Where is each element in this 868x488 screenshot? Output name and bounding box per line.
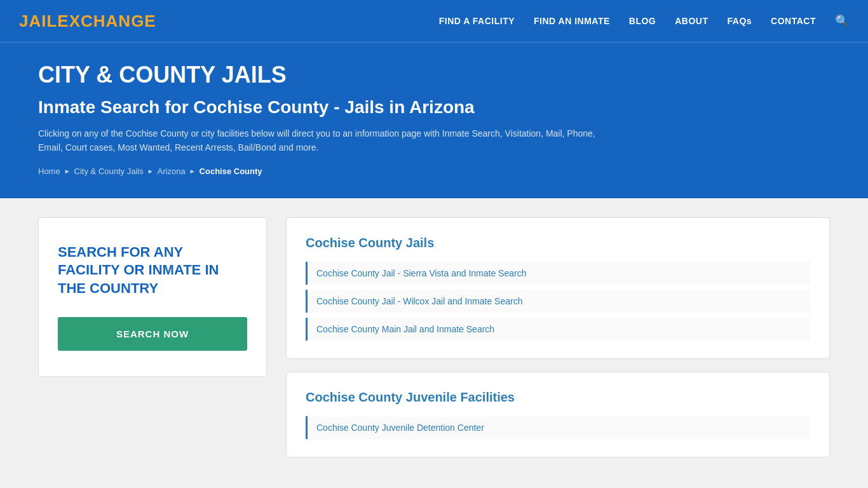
search-panel-title: SEARCH FOR ANY FACILITY OR INMATE IN THE…: [58, 243, 247, 298]
county-jails-title: Cochise County Jails: [306, 236, 810, 250]
facility-link-wilcox[interactable]: Cochise County Jail - Wilcox Jail and In…: [306, 290, 810, 313]
hero-description: Clicking on any of the Cochise County or…: [38, 126, 610, 155]
right-content: Cochise County Jails Cochise County Jail…: [286, 217, 830, 458]
breadcrumb: Home ► City & County Jails ► Arizona ► C…: [38, 166, 830, 176]
nav-links: FIND A FACILITY FIND AN INMATE BLOG ABOU…: [439, 14, 849, 28]
logo-exchange: EXCHANGE: [57, 11, 156, 30]
hero-category: CITY & COUNTY JAILS: [38, 62, 830, 88]
breadcrumb-chevron-1: ►: [64, 168, 71, 175]
main-content: SEARCH FOR ANY FACILITY OR INMATE IN THE…: [0, 198, 868, 477]
hero-title: Inmate Search for Cochise County - Jails…: [38, 97, 830, 118]
facility-link-sierra-vista[interactable]: Cochise County Jail - Sierra Vista and I…: [306, 262, 810, 285]
search-now-button[interactable]: SEARCH NOW: [58, 317, 247, 351]
nav-contact[interactable]: CONTACT: [771, 16, 816, 26]
logo-jail: JAIL: [19, 11, 57, 30]
facility-link-juvenile-detention[interactable]: Cochise County Juvenile Detention Center: [306, 416, 810, 439]
breadcrumb-chevron-2: ►: [147, 168, 154, 175]
nav-faqs[interactable]: FAQs: [728, 16, 752, 26]
navbar: JAILEXCHANGE FIND A FACILITY FIND AN INM…: [0, 0, 868, 42]
breadcrumb-active: Cochise County: [200, 166, 262, 176]
juvenile-facilities-title: Cochise County Juvenile Facilities: [306, 390, 810, 405]
nav-find-facility[interactable]: FIND A FACILITY: [439, 16, 515, 26]
hero-section: CITY & COUNTY JAILS Inmate Search for Co…: [0, 42, 868, 198]
nav-find-inmate[interactable]: FIND AN INMATE: [534, 16, 610, 26]
breadcrumb-home[interactable]: Home: [38, 166, 60, 176]
county-jails-card: Cochise County Jails Cochise County Jail…: [286, 217, 830, 359]
search-icon[interactable]: 🔍: [835, 14, 849, 28]
facility-link-main-jail[interactable]: Cochise County Main Jail and Inmate Sear…: [306, 318, 810, 341]
nav-blog[interactable]: BLOG: [629, 16, 656, 26]
nav-about[interactable]: ABOUT: [675, 16, 708, 26]
breadcrumb-arizona[interactable]: Arizona: [158, 166, 186, 176]
logo[interactable]: JAILEXCHANGE: [19, 11, 156, 31]
search-panel: SEARCH FOR ANY FACILITY OR INMATE IN THE…: [38, 217, 267, 377]
breadcrumb-chevron-3: ►: [189, 168, 196, 175]
juvenile-facilities-card: Cochise County Juvenile Facilities Cochi…: [286, 372, 830, 458]
breadcrumb-city-county[interactable]: City & County Jails: [74, 166, 144, 176]
